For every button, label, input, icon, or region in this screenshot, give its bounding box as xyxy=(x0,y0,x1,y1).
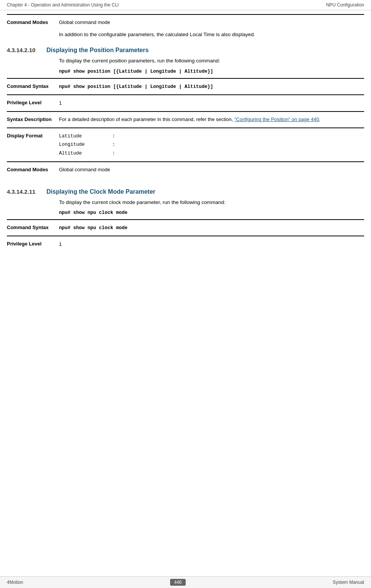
intro-paragraph: In addition to the configurable paramete… xyxy=(59,30,364,39)
main-content: Command Modes Global command mode In add… xyxy=(0,10,371,275)
label-display-format-1: Display Format xyxy=(7,132,59,158)
label-command-syntax-2: Command Syntax xyxy=(7,224,59,232)
label-command-syntax-1: Command Syntax xyxy=(7,83,59,91)
table-row-command-modes-1: Command Modes Global command mode xyxy=(7,161,364,178)
df-latitude-colon: : xyxy=(112,132,115,141)
value-display-format-1: Latitude : Longitude : Altitude : xyxy=(59,132,364,158)
value-privilege-level-2: 1 xyxy=(59,240,364,249)
page-footer: 4Motion 446 System Manual xyxy=(0,576,371,588)
df-row-latitude: Latitude : xyxy=(59,132,364,141)
value-command-modes-1: Global command mode xyxy=(59,166,364,174)
table-row-privilege-level-2: Privilege Level 1 xyxy=(7,236,364,252)
header-left: Chapter 4 - Operation and Administration… xyxy=(7,2,119,8)
label-privilege-level-2: Privilege Level xyxy=(7,240,59,249)
command-display-4-3-14-2-11: npu# show npu clock mode xyxy=(59,210,364,215)
section-number-4-3-14-2-11: 4.3.14.2.11 xyxy=(7,188,41,195)
df-row-altitude: Altitude : xyxy=(59,149,364,158)
df-latitude-label: Latitude xyxy=(59,132,108,141)
value-privilege-level-1: 1 xyxy=(59,99,364,107)
footer-right: System Manual xyxy=(333,580,364,585)
df-row-longitude: Longitude : xyxy=(59,140,364,149)
value-command-syntax-2: npu# show npu clock mode xyxy=(59,224,364,232)
section-heading-4-3-14-2-10: 4.3.14.2.10 Displaying the Position Para… xyxy=(7,47,364,54)
header-right: NPU Configuration xyxy=(326,2,364,8)
footer-left: 4Motion xyxy=(7,580,23,585)
value-syntax-description-1: For a detailed description of each param… xyxy=(59,116,364,124)
section-title-4-3-14-2-11: Displaying the Clock Mode Parameter xyxy=(46,188,155,195)
section-intro-4-3-14-2-11: To display the current clock mode parame… xyxy=(59,198,364,207)
footer-page-number: 446 xyxy=(170,579,185,586)
value-command-modes-top: Global command mode xyxy=(59,19,364,27)
section-heading-4-3-14-2-11: 4.3.14.2.11 Displaying the Clock Mode Pa… xyxy=(7,188,364,195)
df-altitude-label: Altitude xyxy=(59,149,108,158)
df-altitude-colon: : xyxy=(112,149,115,158)
link-configuring-position[interactable]: “Configuring the Position” on page 440 xyxy=(234,116,319,122)
table-row-command-syntax-1: Command Syntax npu# show position [{Lati… xyxy=(7,78,364,94)
section-title-4-3-14-2-10: Displaying the Position Parameters xyxy=(46,47,149,54)
section-intro-4-3-14-2-10: To display the current position paramete… xyxy=(59,57,364,65)
value-command-syntax-1: npu# show position [{Latitude | Longitud… xyxy=(59,83,364,91)
label-command-modes-1: Command Modes xyxy=(7,166,59,174)
table-row-command-modes-top: Command Modes Global command mode xyxy=(7,14,364,30)
df-longitude-label: Longitude xyxy=(59,140,108,149)
table-row-syntax-description-1: Syntax Description For a detailed descri… xyxy=(7,111,364,127)
page-header: Chapter 4 - Operation and Administration… xyxy=(0,0,371,10)
table-row-privilege-level-1: Privilege Level 1 xyxy=(7,94,364,111)
section-number-4-3-14-2-10: 4.3.14.2.10 xyxy=(7,47,41,53)
label-syntax-description-1: Syntax Description xyxy=(7,116,59,124)
df-longitude-colon: : xyxy=(112,140,115,149)
table-row-display-format-1: Display Format Latitude : Longitude : Al… xyxy=(7,127,364,162)
label-command-modes-top: Command Modes xyxy=(7,19,59,27)
table-row-command-syntax-2: Command Syntax npu# show npu clock mode xyxy=(7,219,364,236)
command-display-4-3-14-2-10: npu# show position [{Latitude | Longitud… xyxy=(59,69,364,74)
label-privilege-level-1: Privilege Level xyxy=(7,99,59,107)
